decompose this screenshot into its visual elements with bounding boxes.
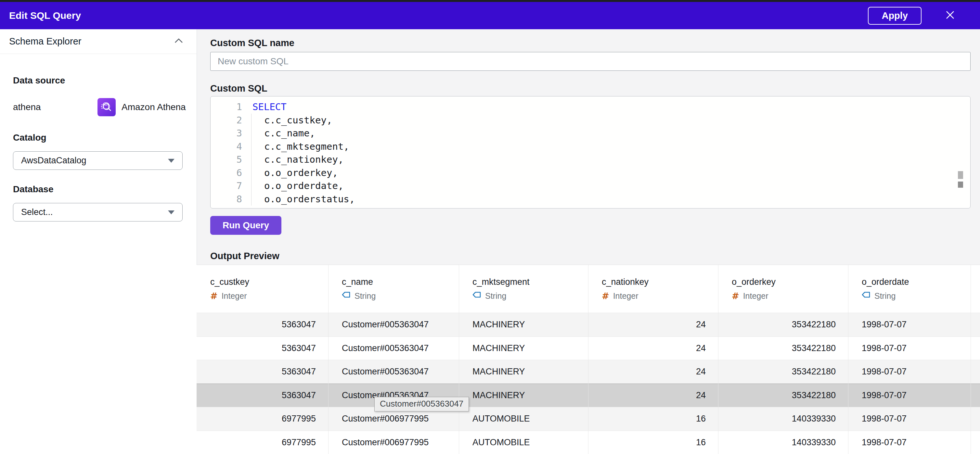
string-type-icon (862, 291, 870, 301)
sql-editor[interactable]: 1 SELECT 2 c.c_custkey, 3 c.c_name, 4 c.… (210, 96, 970, 208)
output-preview-table: c_custkey #Integer c_name String c_mktse… (197, 265, 980, 454)
column-header-stub (970, 265, 980, 313)
line-number: 2 (210, 114, 251, 126)
titlebar: Edit SQL Query Apply (0, 2, 980, 29)
data-source-name: athena (13, 102, 84, 113)
sql-line: 3 c.c_name, (210, 127, 970, 140)
column-divider (328, 265, 329, 454)
sql-line: 2 c.c_custkey, (210, 114, 970, 127)
database-select-value: Select... (21, 207, 53, 217)
line-number: 1 (210, 101, 251, 113)
line-number: 7 (210, 180, 251, 191)
column-divider (459, 265, 459, 454)
sql-line: 7 o.o_orderdate, (210, 179, 970, 192)
sql-code: c.c_mktsegment, (251, 140, 349, 153)
integer-type-icon: # (732, 291, 739, 301)
close-button[interactable] (943, 8, 957, 23)
sql-code: c.c_name, (251, 127, 315, 140)
database-label: Database (13, 184, 197, 195)
line-number: 4 (210, 141, 251, 152)
sql-code: o.o_orderdate, (251, 179, 344, 192)
schema-explorer-title: Schema Explorer (9, 36, 81, 47)
caret-down-icon (168, 210, 175, 214)
sql-line: 4 c.c_mktsegment, (210, 140, 970, 153)
sql-line: 1 SELECT (210, 100, 970, 114)
main-content: Custom SQL name Custom SQL 1 SELECT 2 c.… (197, 29, 980, 454)
column-header[interactable]: c_nationkey #Integer (588, 265, 718, 313)
column-header[interactable]: c_mktsegment String (459, 265, 588, 313)
string-type-icon (342, 291, 351, 301)
column-divider (588, 265, 589, 454)
athena-icon (97, 98, 116, 116)
string-type-icon (473, 291, 481, 301)
chevron-up-icon[interactable] (173, 37, 184, 46)
sql-line: 6 o.o_orderkey, (210, 166, 970, 179)
column-header[interactable]: o_orderdate String (848, 265, 970, 313)
column-header[interactable]: c_custkey #Integer (197, 265, 328, 313)
integer-type-icon: # (210, 291, 218, 301)
line-number: 5 (210, 154, 251, 165)
column-header[interactable]: o_orderkey #Integer (718, 265, 848, 313)
apply-button[interactable]: Apply (868, 7, 921, 25)
line-number: 3 (210, 128, 251, 139)
custom-sql-name-label: Custom SQL name (210, 38, 294, 48)
editor-scroll-handle[interactable] (958, 181, 963, 188)
output-preview-label: Output Preview (210, 251, 280, 262)
editor-scrollbar-thumb[interactable] (958, 171, 963, 179)
line-number: 6 (210, 167, 251, 178)
close-icon (944, 9, 956, 22)
line-number: 8 (210, 194, 251, 205)
sql-code: c.c_custkey, (251, 114, 332, 127)
custom-sql-name-input[interactable] (210, 52, 970, 71)
sql-line: 5 c.c_nationkey, (210, 153, 970, 166)
catalog-label: Catalog (13, 132, 197, 143)
data-source-row: athena Amazon Athena (13, 98, 197, 116)
column-divider (848, 265, 848, 454)
sql-code: c.c_nationkey, (251, 153, 344, 166)
sql-code: o.o_orderkey, (251, 166, 338, 179)
sql-code: o.o_orderstatus, (251, 192, 355, 206)
schema-explorer-panel: Schema Explorer Data source athena Amazo… (0, 29, 197, 454)
sql-line: 8 o.o_orderstatus, (210, 192, 970, 206)
catalog-select-value: AwsDataCatalog (21, 156, 86, 166)
cell-tooltip: Customer#005363047 (374, 397, 469, 411)
run-query-button[interactable]: Run Query (210, 216, 282, 235)
sql-code: SELECT (251, 100, 286, 114)
column-divider (970, 265, 971, 454)
data-source-label: Data source (13, 75, 197, 86)
custom-sql-label: Custom SQL (210, 83, 267, 94)
page-title: Edit SQL Query (9, 10, 81, 21)
caret-down-icon (168, 159, 175, 163)
catalog-select[interactable]: AwsDataCatalog (13, 151, 183, 170)
database-select[interactable]: Select... (13, 203, 183, 221)
integer-type-icon: # (602, 291, 609, 301)
data-source-type: Amazon Athena (121, 102, 186, 113)
schema-explorer-header[interactable]: Schema Explorer (0, 29, 197, 54)
column-header[interactable]: c_name String (328, 265, 459, 313)
